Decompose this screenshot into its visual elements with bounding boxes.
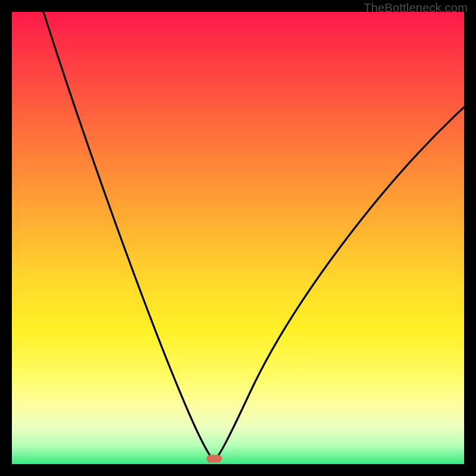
curve-path <box>43 12 464 461</box>
optimum-marker <box>206 455 222 462</box>
chart-container: TheBottleneck.com <box>0 0 476 476</box>
bottleneck-curve <box>12 12 464 464</box>
plot-area <box>12 12 464 464</box>
